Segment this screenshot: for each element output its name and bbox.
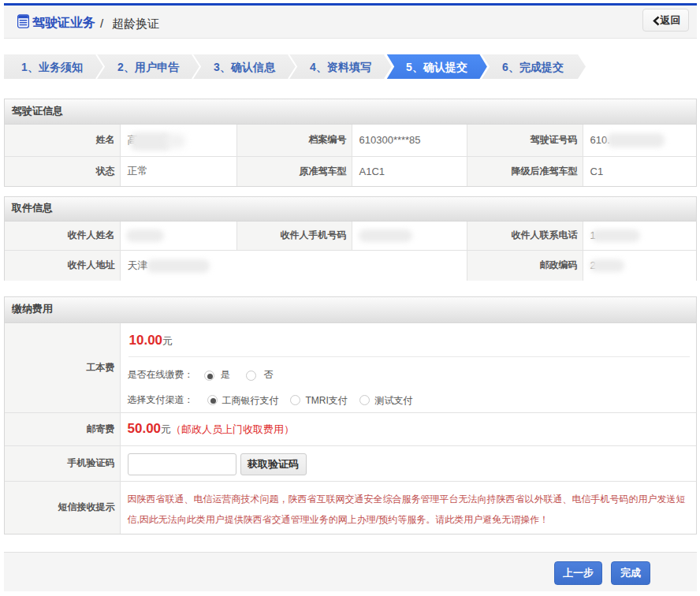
svg-text:2、用户申告: 2、用户申告: [117, 61, 180, 73]
svg-text:4、资料填写: 4、资料填写: [310, 61, 371, 73]
svg-text:1、业务须知: 1、业务须知: [21, 61, 83, 73]
svg-text:3、确认信息: 3、确认信息: [214, 61, 276, 73]
svg-text:5、确认提交: 5、确认提交: [406, 61, 467, 73]
svg-text:6、完成提交: 6、完成提交: [502, 61, 564, 73]
